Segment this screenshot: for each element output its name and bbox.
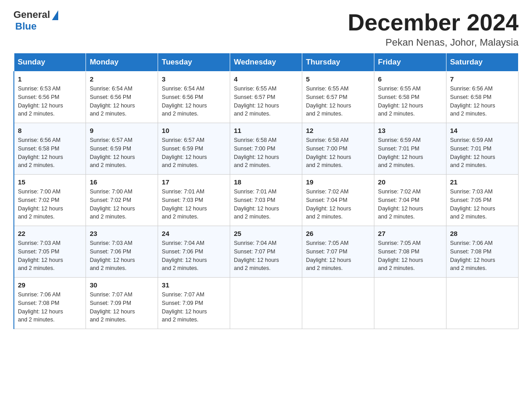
logo-general-text: General (13, 9, 50, 21)
weekday-header-row: SundayMondayTuesdayWednesdayThursdayFrid… (14, 53, 519, 72)
calendar-cell (446, 278, 519, 329)
calendar-cell: 18Sunrise: 7:01 AMSunset: 7:03 PMDayligh… (230, 175, 302, 226)
day-number: 3 (162, 75, 226, 83)
day-number: 10 (162, 127, 226, 134)
calendar-cell: 22Sunrise: 7:03 AMSunset: 7:05 PMDayligh… (14, 226, 86, 278)
logo: General (13, 9, 58, 21)
day-info: Sunrise: 6:57 AMSunset: 6:59 PMDaylight:… (162, 136, 226, 170)
day-info: Sunrise: 6:53 AMSunset: 6:56 PMDaylight:… (18, 85, 82, 118)
day-info: Sunrise: 7:01 AMSunset: 7:03 PMDaylight:… (234, 188, 298, 221)
logo-blue-label: Blue (13, 21, 37, 32)
day-info: Sunrise: 7:03 AMSunset: 7:05 PMDaylight:… (18, 239, 82, 273)
day-info: Sunrise: 7:06 AMSunset: 7:08 PMDaylight:… (450, 239, 515, 273)
calendar-cell: 28Sunrise: 7:06 AMSunset: 7:08 PMDayligh… (446, 226, 519, 278)
weekday-header-friday: Friday (374, 53, 446, 72)
calendar-week-row: 22Sunrise: 7:03 AMSunset: 7:05 PMDayligh… (14, 226, 519, 278)
calendar-cell: 30Sunrise: 7:07 AMSunset: 7:09 PMDayligh… (86, 278, 158, 329)
calendar-cell: 4Sunrise: 6:55 AMSunset: 6:57 PMDaylight… (230, 72, 302, 123)
day-info: Sunrise: 7:00 AMSunset: 7:02 PMDaylight:… (90, 188, 154, 221)
day-number: 2 (90, 75, 154, 83)
calendar-cell: 14Sunrise: 6:59 AMSunset: 7:01 PMDayligh… (446, 123, 519, 175)
title-area: December 2024 Pekan Nenas, Johor, Malays… (348, 9, 519, 48)
day-number: 28 (450, 230, 515, 237)
day-info: Sunrise: 7:06 AMSunset: 7:08 PMDaylight:… (18, 291, 82, 324)
calendar-cell: 5Sunrise: 6:55 AMSunset: 6:57 PMDaylight… (302, 72, 374, 123)
day-number: 26 (306, 230, 370, 237)
calendar-cell: 11Sunrise: 6:58 AMSunset: 7:00 PMDayligh… (230, 123, 302, 175)
calendar-cell: 25Sunrise: 7:04 AMSunset: 7:07 PMDayligh… (230, 226, 302, 278)
calendar-cell: 27Sunrise: 7:05 AMSunset: 7:08 PMDayligh… (374, 226, 446, 278)
day-number: 1 (18, 75, 82, 83)
day-number: 31 (162, 281, 226, 289)
day-info: Sunrise: 7:02 AMSunset: 7:04 PMDaylight:… (306, 188, 370, 221)
weekday-header-saturday: Saturday (446, 53, 519, 72)
day-number: 15 (18, 178, 82, 186)
logo-triangle-icon (51, 9, 58, 20)
day-info: Sunrise: 7:07 AMSunset: 7:09 PMDaylight:… (90, 291, 154, 324)
day-number: 11 (234, 127, 298, 134)
calendar-cell: 26Sunrise: 7:05 AMSunset: 7:07 PMDayligh… (302, 226, 374, 278)
day-number: 30 (90, 281, 154, 289)
calendar-week-row: 8Sunrise: 6:56 AMSunset: 6:58 PMDaylight… (14, 123, 519, 175)
day-number: 8 (18, 127, 82, 134)
calendar-cell: 20Sunrise: 7:02 AMSunset: 7:04 PMDayligh… (374, 175, 446, 226)
day-info: Sunrise: 6:56 AMSunset: 6:58 PMDaylight:… (18, 136, 82, 170)
logo-blue-text: Blue (13, 21, 58, 32)
day-number: 9 (90, 127, 154, 134)
calendar-cell: 21Sunrise: 7:03 AMSunset: 7:05 PMDayligh… (446, 175, 519, 226)
day-info: Sunrise: 7:03 AMSunset: 7:05 PMDaylight:… (450, 188, 515, 221)
calendar-cell: 31Sunrise: 7:07 AMSunset: 7:09 PMDayligh… (158, 278, 230, 329)
calendar-cell: 12Sunrise: 6:58 AMSunset: 7:00 PMDayligh… (302, 123, 374, 175)
day-info: Sunrise: 6:59 AMSunset: 7:01 PMDaylight:… (378, 136, 442, 170)
day-info: Sunrise: 6:58 AMSunset: 7:00 PMDaylight:… (234, 136, 298, 170)
day-info: Sunrise: 7:05 AMSunset: 7:08 PMDaylight:… (378, 239, 442, 273)
day-number: 6 (378, 75, 442, 83)
calendar-cell: 1Sunrise: 6:53 AMSunset: 6:56 PMDaylight… (14, 72, 86, 123)
day-info: Sunrise: 7:05 AMSunset: 7:07 PMDaylight:… (306, 239, 370, 273)
day-info: Sunrise: 6:55 AMSunset: 6:57 PMDaylight:… (234, 85, 298, 118)
weekday-header-sunday: Sunday (14, 53, 86, 72)
day-number: 4 (234, 75, 298, 83)
calendar-cell: 8Sunrise: 6:56 AMSunset: 6:58 PMDaylight… (14, 123, 86, 175)
day-info: Sunrise: 6:54 AMSunset: 6:56 PMDaylight:… (90, 85, 154, 118)
calendar-cell: 6Sunrise: 6:55 AMSunset: 6:58 PMDaylight… (374, 72, 446, 123)
day-number: 29 (18, 281, 82, 289)
day-info: Sunrise: 6:58 AMSunset: 7:00 PMDaylight:… (306, 136, 370, 170)
day-info: Sunrise: 7:03 AMSunset: 7:06 PMDaylight:… (90, 239, 154, 273)
weekday-header-tuesday: Tuesday (158, 53, 230, 72)
day-number: 18 (234, 178, 298, 186)
weekday-header-monday: Monday (86, 53, 158, 72)
calendar-cell: 17Sunrise: 7:01 AMSunset: 7:03 PMDayligh… (158, 175, 230, 226)
month-title: December 2024 (348, 9, 519, 36)
logo-area: General Blue (13, 9, 58, 32)
calendar-cell: 3Sunrise: 6:54 AMSunset: 6:56 PMDaylight… (158, 72, 230, 123)
day-number: 22 (18, 230, 82, 237)
day-info: Sunrise: 6:56 AMSunset: 6:58 PMDaylight:… (450, 85, 515, 118)
day-info: Sunrise: 7:04 AMSunset: 7:07 PMDaylight:… (234, 239, 298, 273)
day-info: Sunrise: 6:57 AMSunset: 6:59 PMDaylight:… (90, 136, 154, 170)
day-number: 17 (162, 178, 226, 186)
day-number: 5 (306, 75, 370, 83)
day-info: Sunrise: 6:54 AMSunset: 6:56 PMDaylight:… (162, 85, 226, 118)
calendar-cell (374, 278, 446, 329)
day-number: 12 (306, 127, 370, 134)
day-number: 27 (378, 230, 442, 237)
calendar-cell: 13Sunrise: 6:59 AMSunset: 7:01 PMDayligh… (374, 123, 446, 175)
calendar-cell: 7Sunrise: 6:56 AMSunset: 6:58 PMDaylight… (446, 72, 519, 123)
calendar-header: SundayMondayTuesdayWednesdayThursdayFrid… (14, 53, 519, 72)
calendar-cell: 23Sunrise: 7:03 AMSunset: 7:06 PMDayligh… (86, 226, 158, 278)
calendar-table: SundayMondayTuesdayWednesdayThursdayFrid… (13, 53, 519, 329)
calendar-cell: 19Sunrise: 7:02 AMSunset: 7:04 PMDayligh… (302, 175, 374, 226)
day-number: 13 (378, 127, 442, 134)
day-info: Sunrise: 7:07 AMSunset: 7:09 PMDaylight:… (162, 291, 226, 324)
calendar-cell (302, 278, 374, 329)
day-number: 20 (378, 178, 442, 186)
day-number: 14 (450, 127, 515, 134)
day-number: 16 (90, 178, 154, 186)
calendar-cell: 10Sunrise: 6:57 AMSunset: 6:59 PMDayligh… (158, 123, 230, 175)
day-number: 24 (162, 230, 226, 237)
calendar-body: 1Sunrise: 6:53 AMSunset: 6:56 PMDaylight… (14, 72, 519, 329)
day-info: Sunrise: 7:01 AMSunset: 7:03 PMDaylight:… (162, 188, 226, 221)
day-info: Sunrise: 7:04 AMSunset: 7:06 PMDaylight:… (162, 239, 226, 273)
weekday-header-thursday: Thursday (302, 53, 374, 72)
